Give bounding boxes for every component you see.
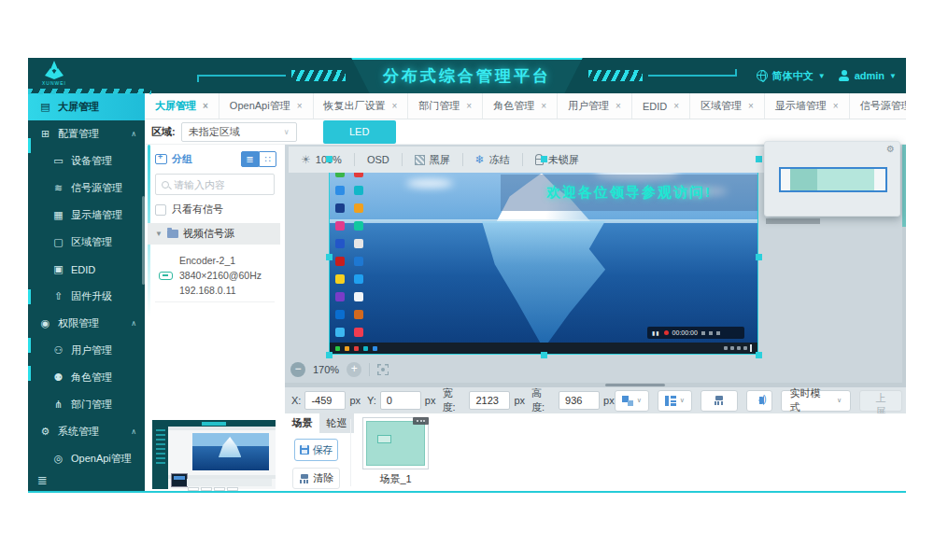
sidebar-item-12[interactable]: ⚙系统管理∧ bbox=[28, 418, 145, 445]
wall-canvas[interactable]: ☀ 100% OSD 黑屏 bbox=[285, 145, 906, 387]
sidebar-item-4[interactable]: ▦显示墙管理 bbox=[28, 202, 145, 229]
scene-card[interactable] bbox=[362, 417, 429, 469]
tab-0[interactable]: 大屏管理× bbox=[145, 93, 219, 119]
lock-screen-button[interactable]: 未锁屏 bbox=[523, 153, 591, 167]
tab-close-icon[interactable]: × bbox=[297, 101, 303, 111]
user-menu[interactable]: admin ▼ bbox=[839, 70, 897, 81]
mode-select[interactable]: 实时模式 ∨ bbox=[781, 390, 852, 412]
media-icon[interactable] bbox=[716, 331, 720, 335]
audio-button[interactable] bbox=[746, 390, 772, 412]
sidebar-item-10[interactable]: ⚉角色管理 bbox=[28, 364, 145, 391]
desktop-app-icon bbox=[335, 274, 345, 284]
tab-close-icon[interactable]: × bbox=[748, 101, 754, 111]
language-switcher[interactable]: 简体中文 ▼ bbox=[757, 69, 826, 83]
grid-view-button[interactable]: ∷ bbox=[259, 151, 276, 167]
sidebar-item-7[interactable]: ⇧固件升级 bbox=[28, 283, 145, 310]
signal-source-panel: 分组 ≣ ∷ 只看有信号 ▼ 视频信号源 bbox=[148, 145, 280, 413]
black-screen-button[interactable]: 黑屏 bbox=[403, 153, 462, 167]
sidebar-item-11[interactable]: ⋔部门管理 bbox=[28, 391, 145, 418]
signal-filter-checkbox[interactable] bbox=[155, 204, 166, 216]
sidebar-collapse-icon[interactable]: ≣ bbox=[37, 473, 48, 487]
media-timer: 00:00:00 bbox=[672, 329, 698, 336]
sidebar-item-6[interactable]: ▣EDID bbox=[28, 256, 145, 283]
tab-3[interactable]: 部门管理× bbox=[408, 93, 483, 119]
brightness-control[interactable]: ☀ 100% bbox=[289, 153, 354, 166]
resize-handle-sw[interactable] bbox=[326, 352, 333, 358]
osd-button[interactable]: OSD bbox=[355, 154, 402, 165]
apply-to-wall-button[interactable]: 上屏 bbox=[859, 390, 902, 412]
fit-to-screen-icon[interactable] bbox=[377, 364, 389, 375]
sidebar-item-3[interactable]: ≋信号源管理 bbox=[28, 175, 145, 202]
pause-icon[interactable]: ▮▮ bbox=[652, 329, 660, 336]
tab-close-icon[interactable]: × bbox=[392, 101, 398, 111]
sidebar-item-1[interactable]: ⊞配置管理∧ bbox=[28, 120, 145, 147]
media-icon[interactable] bbox=[709, 331, 713, 335]
tab-1[interactable]: OpenApi管理× bbox=[219, 93, 314, 119]
record-icon[interactable] bbox=[664, 330, 669, 335]
media-icon[interactable] bbox=[701, 331, 705, 335]
height-input[interactable] bbox=[559, 391, 600, 410]
y-input[interactable] bbox=[380, 391, 421, 410]
minimap-scrollbar[interactable] bbox=[766, 218, 820, 224]
resize-handle-se[interactable] bbox=[756, 352, 762, 358]
tab-5[interactable]: 用户管理× bbox=[558, 93, 632, 119]
sidebar-item-8[interactable]: ◉权限管理∧ bbox=[28, 310, 145, 337]
led-button[interactable]: LED bbox=[323, 120, 396, 144]
tree-node-video-sources[interactable]: ▼ 视频信号源 bbox=[148, 223, 280, 245]
width-input[interactable] bbox=[469, 391, 510, 410]
tab-patrol[interactable]: 轮巡 bbox=[319, 413, 354, 433]
resize-handle-n[interactable] bbox=[541, 156, 547, 162]
sidebar-item-0[interactable]: ▤大屏管理 bbox=[28, 93, 145, 120]
vertical-scrollbar[interactable] bbox=[902, 145, 906, 387]
horizontal-scrollbar-thumb[interactable] bbox=[605, 384, 665, 386]
sidebar-item-13[interactable]: ◎OpenApi管理 bbox=[28, 445, 145, 472]
resize-handle-nw[interactable] bbox=[326, 156, 333, 162]
encoder-list-item[interactable]: Encoder-2_1 3840×2160@60Hz 192.168.0.11 bbox=[148, 249, 280, 305]
encoder-name: Encoder-2_1 bbox=[179, 253, 280, 268]
freeze-button[interactable]: ❄ 冻结 bbox=[463, 153, 522, 167]
tab-close-icon[interactable]: × bbox=[203, 101, 208, 111]
add-group-icon[interactable] bbox=[155, 154, 167, 164]
divider bbox=[155, 301, 275, 302]
video-layer[interactable]: 欢迎各位领导参观访问! ▮▮ 00:00:00 bbox=[329, 159, 758, 355]
mini-app bbox=[152, 420, 276, 489]
gear-icon[interactable]: ⚙ bbox=[886, 144, 895, 154]
list-view-button[interactable]: ≣ bbox=[241, 151, 259, 167]
wall-outline[interactable] bbox=[779, 167, 887, 192]
tab-close-icon[interactable]: × bbox=[673, 101, 679, 111]
sidebar-item-2[interactable]: ▭设备管理 bbox=[28, 147, 145, 175]
tab-close-icon[interactable]: × bbox=[541, 101, 546, 111]
layout-arrange-button[interactable]: ∨ bbox=[658, 390, 692, 412]
sidebar-item-9[interactable]: ⚇用户管理 bbox=[28, 337, 145, 364]
zoom-out-button[interactable]: − bbox=[290, 362, 305, 377]
clear-canvas-button[interactable] bbox=[700, 390, 738, 412]
clear-scene-button[interactable]: 清除 bbox=[292, 468, 340, 489]
tab-close-icon[interactable]: × bbox=[616, 101, 621, 111]
tab-9[interactable]: 信号源管理× bbox=[850, 93, 906, 119]
resize-handle-w[interactable] bbox=[326, 254, 333, 260]
tab-6[interactable]: EDID× bbox=[632, 93, 690, 119]
wall-preview-thumbnail[interactable] bbox=[148, 417, 280, 493]
tab-7[interactable]: 区域管理× bbox=[690, 93, 765, 119]
tab-label: 用户管理 bbox=[568, 99, 609, 113]
vertical-scrollbar-thumb[interactable] bbox=[902, 145, 906, 227]
resize-handle-s[interactable] bbox=[541, 352, 547, 358]
resize-handle-ne[interactable] bbox=[756, 156, 762, 162]
x-input[interactable] bbox=[304, 391, 346, 410]
sidebar-item-icon: ▤ bbox=[39, 101, 51, 113]
tab-8[interactable]: 显示墙管理× bbox=[765, 93, 850, 119]
zoom-in-button[interactable]: + bbox=[347, 362, 361, 377]
sidebar-item-icon: ▭ bbox=[52, 155, 64, 167]
sidebar-item-5[interactable]: ▢区域管理 bbox=[28, 229, 145, 256]
tab-2[interactable]: 恢复出厂设置× bbox=[314, 93, 409, 119]
tab-scene[interactable]: 场景 bbox=[285, 413, 319, 433]
tab-close-icon[interactable]: × bbox=[833, 101, 839, 111]
tab-4[interactable]: 角色管理× bbox=[483, 93, 558, 119]
resize-handle-e[interactable] bbox=[756, 254, 762, 260]
search-input[interactable] bbox=[174, 179, 258, 190]
save-scene-button[interactable]: 保存 bbox=[294, 439, 338, 461]
region-select[interactable]: 未指定区域 ∨ bbox=[181, 122, 297, 142]
sidebar-scrollbar[interactable] bbox=[142, 196, 145, 285]
layer-order-button[interactable]: ∨ bbox=[615, 390, 649, 412]
tab-close-icon[interactable]: × bbox=[466, 101, 472, 111]
